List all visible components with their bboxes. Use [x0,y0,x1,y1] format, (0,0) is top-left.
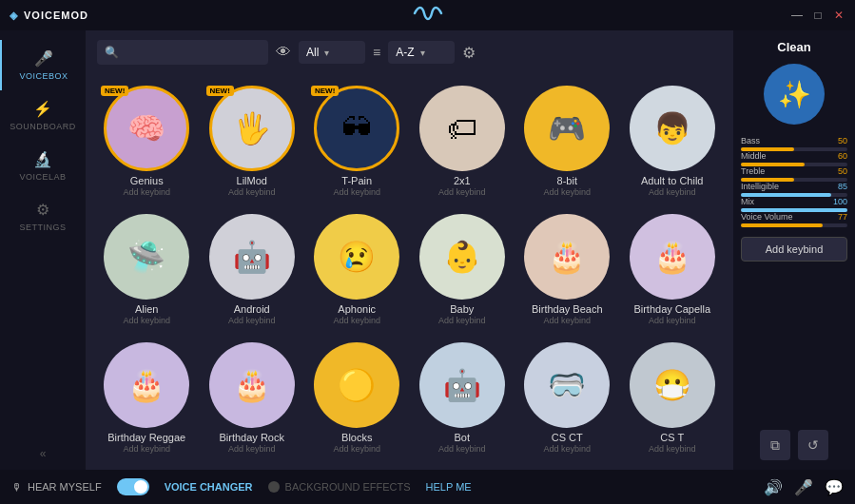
sidebar-item-settings[interactable]: ⚙ SETTINGS [0,191,86,242]
voice-emoji: 🛸 [127,239,165,275]
mic-bottom-icon[interactable]: 🎤 [794,478,813,496]
voice-keybind: Add keybind [333,187,380,197]
voice-keybind: Add keybind [228,444,276,454]
voice-emoji: 👦 [653,110,691,146]
voice-item[interactable]: 🎂 Birthday Beach Add keybind [517,208,617,331]
filter-label: All [306,46,319,59]
hear-myself-section[interactable]: 🎙 HEAR MYSELF [11,481,102,493]
voice-name: Birthday Rock [220,432,284,443]
voice-emoji: 😷 [653,367,691,403]
sidebar: 🎤 VOICEBOX ⚡ SOUNDBOARD 🔬 VOICELAB ⚙ SET… [0,30,86,470]
voice-keybind: Add keybind [649,187,696,197]
slider-track [741,193,847,197]
search-input[interactable] [97,40,268,65]
panel-avatar: ✨ [764,64,825,125]
voice-item[interactable]: 👦 Adult to Child Add keybind [623,80,723,203]
slider-label: Middle [741,151,796,161]
slider-row: Middle 60 [741,151,847,166]
toggle-knob [134,480,147,494]
voice-item[interactable]: 🟡 Blocks Add keybind [307,337,407,459]
chat-icon[interactable]: 💬 [825,478,844,496]
app-logo: ◈ VOICEMOD [10,10,88,22]
voice-circle: 👦 [630,86,715,171]
sidebar-item-voicebox[interactable]: 🎤 VOICEBOX [0,40,86,90]
bottom-right-icons: 🔊 🎤 💬 [764,478,844,496]
avatar-icon: ✨ [778,79,811,110]
slider-track [741,178,847,182]
voice-changer-label[interactable]: VOICE CHANGER [165,481,253,493]
voice-emoji: 🕶 [341,111,372,146]
voice-keybind: Add keybind [228,187,276,197]
background-effects-section[interactable]: BACKGROUND EFFECTS [268,481,411,493]
titlebar-center-logo [413,4,443,28]
voice-item[interactable]: 🎂 Birthday Reggae Add keybind [97,337,197,459]
sidebar-collapse-button[interactable]: « [30,437,56,470]
voice-name: Birthday Capella [633,303,710,315]
voice-emoji: 🎮 [548,110,586,146]
filter-dropdown[interactable]: All ▾ [299,41,365,64]
slider-label: Mix [741,197,796,206]
minimize-button[interactable]: — [790,9,804,22]
voice-keybind: Add keybind [333,316,380,325]
logo-icon: ◈ [10,10,18,22]
slider-fill [741,147,794,151]
slider-row: Bass 50 [741,136,847,151]
search-bar: 🔍 👁 All ▾ ≡ A-Z ▾ ⚙ [86,30,733,74]
slider-fill [741,193,831,197]
copy-button[interactable]: ⧉ [760,430,790,460]
sidebar-label-voicelab: VOICELAB [19,172,66,182]
voice-item[interactable]: 😷 CS T Add keybind [623,337,723,459]
add-keybind-button[interactable]: Add keybind [741,237,847,262]
voice-keybind: Add keybind [123,187,170,197]
voice-circle: 👶 [419,214,505,300]
soundboard-icon: ⚡ [33,100,53,118]
slider-track [741,163,847,166]
slider-value: 85 [825,182,847,191]
voice-name: Baby [450,303,474,315]
visibility-icon[interactable]: 👁 [276,44,291,61]
voice-keybind: Add keybind [228,316,276,325]
voice-name: CS CT [552,432,583,443]
voice-emoji: 🤖 [233,239,271,275]
voice-emoji: 🎂 [127,367,165,403]
slider-label: Treble [741,166,796,176]
slider-value: 50 [825,166,847,176]
voice-circle: 🖐 [209,86,295,171]
voice-item[interactable]: 🤖 Bot Add keybind [413,337,513,459]
voice-circle: 🟡 [314,342,399,428]
window-controls: — □ ✕ [790,9,845,22]
voice-item[interactable]: 🏷 2x1 Add keybind [413,80,513,203]
voice-item[interactable]: 🎂 Birthday Rock Add keybind [203,337,302,459]
voice-changer-toggle[interactable] [117,478,149,495]
voice-item[interactable]: 🎮 8-bit Add keybind [517,80,617,203]
voice-circle: 🥽 [524,342,610,428]
sort-dropdown[interactable]: A-Z ▾ [388,41,455,64]
close-button[interactable]: ✕ [832,9,845,22]
help-link[interactable]: HELP ME [426,481,472,493]
voice-item[interactable]: 👶 Baby Add keybind [413,208,513,331]
voice-item[interactable]: 😢 Aphonic Add keybind [307,208,407,331]
voice-name: Alien [135,303,158,315]
voice-name: 8-bit [557,175,577,186]
reset-button[interactable]: ↺ [798,430,828,460]
volume-icon[interactable]: 🔊 [764,478,783,496]
voice-item[interactable]: NEW! 🖐 LilMod Add keybind [203,80,302,203]
voice-item[interactable]: 🎂 Birthday Capella Add keybind [623,208,723,331]
voice-name: Bot [454,432,470,443]
voice-item[interactable]: 🤖 Android Add keybind [203,208,302,331]
slider-track-wrap [741,193,847,197]
mic-icon: 🎙 [11,481,22,493]
voice-item[interactable]: 🛸 Alien Add keybind [97,208,197,331]
maximize-button[interactable]: □ [811,9,825,22]
voice-item[interactable]: NEW! 🕶 T-Pain Add keybind [307,80,407,203]
sidebar-item-voicelab[interactable]: 🔬 VOICELAB [0,141,86,191]
voice-item[interactable]: 🥽 CS CT Add keybind [517,337,617,459]
voice-item[interactable]: NEW! 🧠 Genius Add keybind [97,80,197,203]
voice-keybind: Add keybind [333,444,380,454]
sidebar-item-soundboard[interactable]: ⚡ SOUNDBOARD [0,90,86,141]
sidebar-label-voicebox: VOICEBOX [19,71,68,81]
voice-emoji: 🏷 [447,111,477,146]
voice-keybind: Add keybind [543,187,591,197]
sort-label: A-Z [396,46,414,59]
grid-settings-icon[interactable]: ⚙ [462,44,476,62]
